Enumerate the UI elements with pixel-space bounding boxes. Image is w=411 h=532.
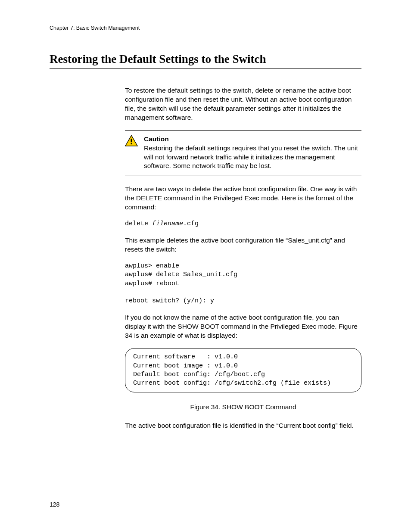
example-commands: awplus> enable awplus# delete Sales_unit… [125, 262, 361, 305]
paragraph-two-ways: There are two ways to delete the active … [125, 185, 361, 212]
cmd-post: .cfg [183, 220, 199, 227]
paragraph-showboot-intro: If you do not know the name of the activ… [125, 313, 361, 340]
paragraph-intro: To restore the default settings to the s… [125, 86, 361, 122]
cmd-italic: filename [152, 220, 183, 227]
body-column: To restore the default settings to the s… [125, 86, 361, 430]
page: Chapter 7: Basic Switch Management Resto… [0, 0, 411, 532]
command-format: delete filename.cfg [125, 220, 361, 228]
caution-label: Caution [144, 135, 169, 143]
caution-icon [125, 135, 138, 146]
paragraph-closing: The active boot configuration file is id… [125, 421, 361, 430]
figure-caption: Figure 34. SHOW BOOT Command [125, 403, 361, 412]
paragraph-example-intro: This example deletes the active boot con… [125, 236, 361, 254]
page-number: 128 [50, 501, 59, 508]
svg-rect-2 [131, 143, 132, 144]
figure-box: Current software : v1.0.0 Current boot i… [125, 348, 361, 392]
caution-text: Caution Restoring the default settings r… [144, 135, 361, 171]
svg-rect-1 [131, 139, 132, 142]
figure-output: Current software : v1.0.0 Current boot i… [133, 353, 353, 388]
cmd-pre: delete [125, 220, 152, 227]
caution-box: Caution Restoring the default settings r… [125, 130, 361, 176]
caution-body: Restoring the default settings requires … [144, 144, 358, 170]
running-head: Chapter 7: Basic Switch Management [50, 25, 361, 31]
section-title: Restoring the Default Settings to the Sw… [50, 53, 361, 69]
